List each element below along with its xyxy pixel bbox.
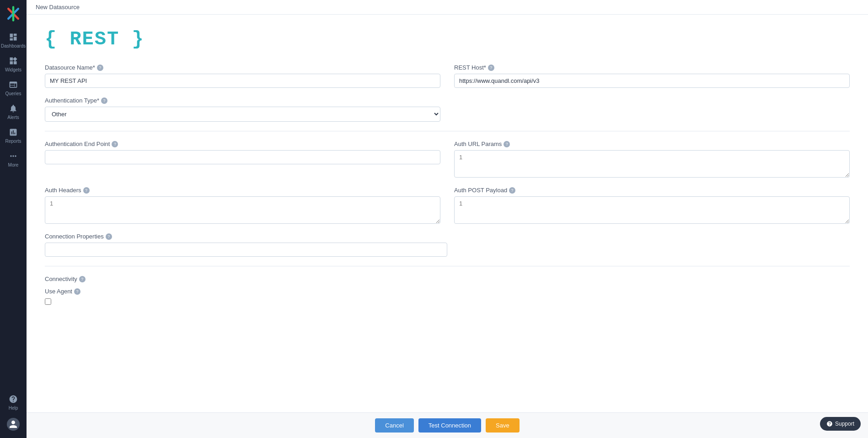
page-title: New Datasource	[36, 4, 80, 11]
auth-post-payload-label: Auth POST Payload ?	[454, 187, 850, 194]
main-area: New Datasource { REST } Datasource Name*…	[27, 0, 868, 438]
rest-host-input[interactable]	[454, 74, 850, 88]
sidebar-item-queries-label: Queries	[5, 91, 21, 96]
auth-headers-label: Auth Headers ?	[45, 187, 440, 194]
auth-type-select[interactable]: Other Basic OAuth API Key Bearer Token	[45, 107, 440, 122]
auth-endpoint-group: Authentication End Point ?	[45, 141, 440, 178]
cancel-button[interactable]: Cancel	[375, 418, 413, 433]
connection-properties-group: Connection Properties ?	[45, 233, 447, 257]
rest-host-help-icon[interactable]: ?	[488, 65, 494, 71]
connectivity-section: Connectivity ? Use Agent ?	[45, 276, 850, 307]
auth-endpoint-help-icon[interactable]: ?	[112, 141, 118, 147]
datasource-name-group: Datasource Name* ?	[45, 64, 440, 88]
sidebar-item-queries[interactable]: Queries	[0, 76, 27, 100]
sidebar-item-dashboards-label: Dashboards	[1, 43, 26, 49]
test-connection-button[interactable]: Test Connection	[418, 418, 481, 433]
form-panel: { REST } Datasource Name* ? REST Host* ?	[27, 15, 868, 412]
datasource-name-help-icon[interactable]: ?	[97, 65, 103, 71]
divider-1	[45, 131, 850, 131]
divider-2	[45, 266, 850, 266]
connection-properties-input[interactable]	[45, 243, 447, 257]
auth-type-help-icon[interactable]: ?	[101, 97, 107, 104]
auth-url-params-label: Auth URL Params ?	[454, 141, 850, 147]
save-button[interactable]: Save	[486, 418, 520, 433]
auth-endpoint-input[interactable]	[45, 150, 440, 164]
widgets-icon	[8, 56, 18, 66]
support-label: Support	[835, 421, 854, 427]
auth-url-params-group: Auth URL Params ?	[454, 141, 850, 178]
auth-endpoint-label: Authentication End Point ?	[45, 141, 440, 147]
sidebar-item-alerts-label: Alerts	[7, 115, 19, 120]
datasource-name-label: Datasource Name* ?	[45, 64, 440, 71]
avatar	[7, 418, 20, 431]
sidebar: Dashboards Widgets Queries Alerts Report…	[0, 0, 27, 438]
datasource-name-input[interactable]	[45, 74, 440, 88]
app-logo[interactable]	[5, 5, 21, 24]
auth-type-group: Authentication Type* ? Other Basic OAuth…	[45, 97, 440, 122]
sidebar-item-reports[interactable]: Reports	[0, 124, 27, 147]
top-bar: New Datasource	[27, 0, 868, 15]
use-agent-help-icon[interactable]: ?	[74, 288, 80, 295]
rest-host-group: REST Host* ?	[454, 64, 850, 88]
rest-host-label: REST Host* ?	[454, 64, 850, 71]
form-row-2: Authentication Type* ? Other Basic OAuth…	[45, 97, 850, 122]
form-row-4: Auth Headers ? Auth POST Payload ?	[45, 187, 850, 224]
dashboard-icon	[8, 32, 18, 42]
auth-type-label: Authentication Type* ?	[45, 97, 440, 104]
connection-properties-help-icon[interactable]: ?	[106, 233, 112, 240]
auth-type-spacer	[454, 97, 850, 122]
sidebar-item-more[interactable]: More	[0, 147, 27, 171]
form-row-5: Connection Properties ?	[45, 233, 850, 257]
auth-headers-help-icon[interactable]: ?	[83, 187, 90, 194]
auth-post-payload-textarea[interactable]	[454, 196, 850, 224]
auth-url-params-help-icon[interactable]: ?	[504, 141, 510, 147]
content-area: { REST } Datasource Name* ? REST Host* ?	[27, 15, 868, 412]
auth-headers-textarea[interactable]	[45, 196, 440, 224]
support-icon	[826, 421, 833, 427]
alerts-icon	[8, 103, 18, 114]
auth-headers-group: Auth Headers ?	[45, 187, 440, 224]
auth-url-params-textarea[interactable]	[454, 150, 850, 178]
rest-logo: { REST }	[45, 28, 850, 50]
use-agent-row: Use Agent ?	[45, 288, 850, 295]
sidebar-item-dashboards[interactable]: Dashboards	[0, 28, 27, 52]
sidebar-item-reports-label: Reports	[5, 139, 21, 144]
connectivity-help-icon[interactable]: ?	[79, 276, 86, 282]
auth-post-payload-help-icon[interactable]: ?	[509, 187, 515, 194]
sidebar-item-widgets[interactable]: Widgets	[0, 52, 27, 76]
sidebar-item-more-label: More	[8, 162, 19, 168]
connectivity-title: Connectivity ?	[45, 276, 850, 282]
connection-properties-label: Connection Properties ?	[45, 233, 447, 240]
form-row-3: Authentication End Point ? Auth URL Para…	[45, 141, 850, 178]
use-agent-checkbox[interactable]	[45, 298, 51, 305]
sidebar-item-help[interactable]: Help	[5, 390, 21, 414]
help-icon	[8, 394, 18, 404]
sidebar-item-help-label: Help	[9, 406, 18, 411]
sidebar-item-widgets-label: Widgets	[5, 67, 21, 72]
sidebar-item-alerts[interactable]: Alerts	[0, 100, 27, 124]
form-row-1: Datasource Name* ? REST Host* ?	[45, 64, 850, 88]
use-agent-label: Use Agent ?	[45, 288, 80, 295]
sidebar-item-avatar[interactable]	[5, 414, 21, 434]
bottom-bar: Cancel Test Connection Save	[27, 412, 868, 438]
more-icon	[8, 151, 18, 161]
reports-icon	[8, 127, 18, 137]
queries-icon	[8, 80, 18, 90]
support-button[interactable]: Support	[820, 417, 861, 431]
auth-post-payload-group: Auth POST Payload ?	[454, 187, 850, 224]
